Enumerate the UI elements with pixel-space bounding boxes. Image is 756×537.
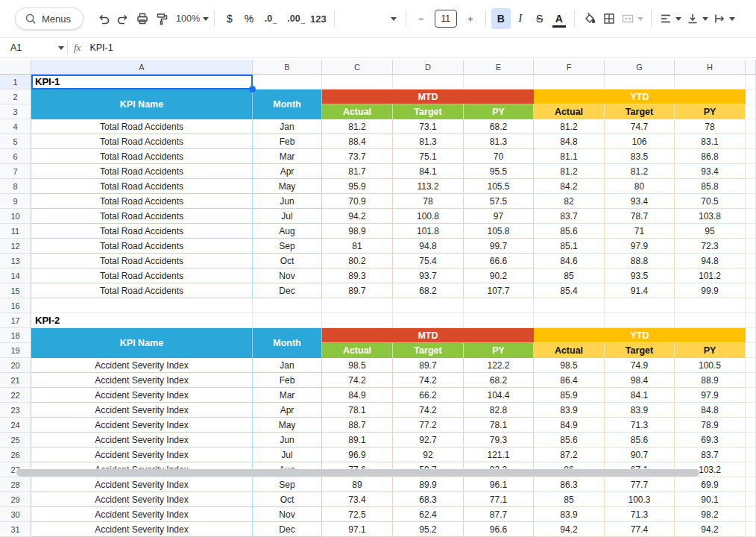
cell-A23[interactable]: Accident Severity Index (31, 403, 253, 418)
cell-F16[interactable] (534, 298, 605, 313)
cell-C10[interactable]: 94.2 (322, 209, 393, 224)
vertical-align-button[interactable] (684, 8, 711, 29)
cell-B4[interactable]: Jan (253, 119, 322, 134)
cell-B12[interactable]: Sep (253, 239, 322, 254)
cell-F13[interactable]: 84.6 (534, 254, 605, 268)
cell-E8[interactable]: 105.5 (464, 179, 534, 194)
cell-C11[interactable]: 98.9 (322, 224, 393, 239)
cell-D10[interactable]: 100.8 (393, 209, 464, 224)
cell-F28[interactable]: 86.3 (534, 477, 605, 492)
cell-E5[interactable]: 81.3 (464, 134, 534, 149)
cell-I1[interactable] (746, 75, 756, 90)
cell-E10[interactable]: 97 (464, 209, 534, 224)
row-header-6[interactable]: 6 (0, 149, 31, 164)
cell-D15[interactable]: 68.2 (393, 283, 464, 298)
row-header-7[interactable]: 7 (0, 164, 31, 179)
cell-I19[interactable] (746, 343, 756, 358)
cell-G21[interactable]: 98.4 (605, 373, 675, 388)
increase-decimal-button[interactable]: .00→ (284, 8, 303, 29)
cell-A25[interactable]: Accident Severity Index (31, 433, 253, 448)
chevron-down-icon[interactable] (391, 17, 397, 21)
cell-G25[interactable]: 85.6 (605, 433, 675, 448)
row-header-25[interactable]: 25 (0, 433, 31, 448)
cell-G19[interactable]: Target (605, 343, 675, 358)
cell-G16[interactable] (605, 298, 675, 313)
cell-A12[interactable]: Total Road Accidents (31, 239, 253, 254)
cell-I25[interactable] (746, 433, 756, 448)
cell-B2[interactable]: Month (253, 90, 322, 119)
cell-B29[interactable]: Oct (253, 492, 322, 507)
cell-G11[interactable]: 71 (605, 224, 675, 239)
cell-I11[interactable] (746, 224, 756, 239)
cell-G12[interactable]: 97.9 (605, 239, 675, 254)
cell-G14[interactable]: 93.5 (605, 268, 675, 283)
cell-D30[interactable]: 62.4 (393, 507, 464, 522)
cell-D12[interactable]: 94.8 (393, 239, 464, 254)
cell-I20[interactable] (746, 358, 756, 373)
cell-C14[interactable]: 89.3 (322, 268, 393, 283)
cell-F1[interactable] (534, 75, 605, 90)
cell-D19[interactable]: Target (393, 343, 464, 358)
cell-E13[interactable]: 66.6 (464, 254, 534, 268)
cell-E1[interactable] (464, 75, 534, 90)
cell-B10[interactable]: Jul (253, 209, 322, 224)
cell-A11[interactable]: Total Road Accidents (31, 224, 253, 239)
row-header-30[interactable]: 30 (0, 507, 31, 522)
cell-G26[interactable]: 90.7 (605, 448, 675, 462)
cell-B1[interactable] (253, 75, 322, 90)
cell-H31[interactable]: 94.2 (675, 522, 746, 537)
cell-C18[interactable]: MTD (322, 328, 534, 343)
decrease-decimal-button[interactable]: .0← (259, 8, 278, 29)
cell-G30[interactable]: 71.3 (605, 507, 675, 522)
cell-H9[interactable]: 70.5 (675, 194, 746, 209)
cell-E30[interactable]: 87.7 (464, 507, 534, 522)
cell-G31[interactable]: 77.4 (605, 522, 675, 537)
cell-H11[interactable]: 95 (675, 224, 746, 239)
cell-A2[interactable]: KPI Name (31, 90, 253, 119)
cell-C24[interactable]: 88.7 (322, 418, 393, 433)
cell-H22[interactable]: 97.9 (675, 388, 746, 403)
row-header-18[interactable]: 18 (0, 328, 31, 343)
cell-B7[interactable]: Apr (253, 164, 322, 179)
cell-A28[interactable]: Accident Severity Index (31, 477, 253, 492)
column-header-D[interactable]: D (393, 60, 464, 75)
cell-F31[interactable]: 94.2 (534, 522, 605, 537)
row-header-2[interactable]: 2 (0, 90, 31, 104)
cell-A26[interactable]: Accident Severity Index (31, 448, 253, 462)
cell-E9[interactable]: 57.5 (464, 194, 534, 209)
column-header-A[interactable]: A (31, 60, 253, 75)
cell-C12[interactable]: 81 (322, 239, 393, 254)
bold-button[interactable]: B (491, 8, 511, 29)
cell-F21[interactable]: 86.4 (534, 373, 605, 388)
cell-B11[interactable]: Aug (253, 224, 322, 239)
cell-C9[interactable]: 70.9 (322, 194, 393, 209)
row-header-10[interactable]: 10 (0, 209, 31, 224)
cell-I17[interactable] (746, 313, 756, 328)
cell-A21[interactable]: Accident Severity Index (31, 373, 253, 388)
cell-I30[interactable] (746, 507, 756, 522)
row-header-21[interactable]: 21 (0, 373, 31, 388)
cell-I3[interactable] (746, 104, 756, 119)
cell-H29[interactable]: 90.1 (675, 492, 746, 507)
cell-C25[interactable]: 89.1 (322, 433, 393, 448)
cell-C7[interactable]: 81.7 (322, 164, 393, 179)
cell-A18[interactable]: KPI Name (31, 328, 253, 358)
menus-button[interactable]: Menus (15, 7, 84, 30)
cell-C15[interactable]: 89.7 (322, 283, 393, 298)
cell-D24[interactable]: 77.2 (393, 418, 464, 433)
cell-I7[interactable] (746, 164, 756, 179)
cell-D5[interactable]: 81.3 (393, 134, 464, 149)
cell-F25[interactable]: 85.6 (534, 433, 605, 448)
cell-H7[interactable]: 93.4 (675, 164, 746, 179)
cell-G10[interactable]: 78.7 (605, 209, 675, 224)
cell-B21[interactable]: Feb (253, 373, 322, 388)
row-header-19[interactable]: 19 (0, 343, 31, 358)
cell-A5[interactable]: Total Road Accidents (31, 134, 253, 149)
cell-E20[interactable]: 122.2 (464, 358, 534, 373)
cell-H5[interactable]: 83.1 (675, 134, 746, 149)
cell-D20[interactable]: 89.7 (393, 358, 464, 373)
cell-E21[interactable]: 68.2 (464, 373, 534, 388)
row-header-17[interactable]: 17 (0, 313, 31, 328)
cell-F9[interactable]: 82 (534, 194, 605, 209)
cell-F19[interactable]: Actual (534, 343, 605, 358)
